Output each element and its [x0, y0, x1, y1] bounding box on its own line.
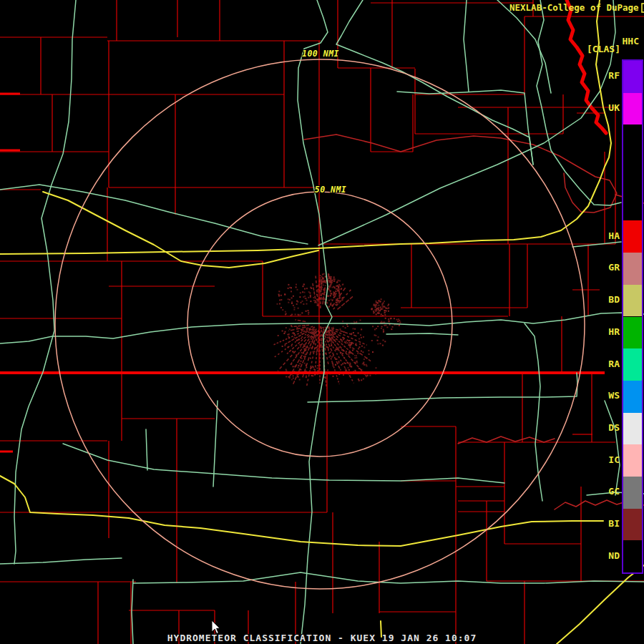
legend-slot-WS [623, 381, 642, 413]
legend-slot-RA [623, 348, 642, 381]
echo-layer [273, 273, 401, 389]
legend-slot-blank-2 [623, 125, 642, 157]
mouse-cursor-icon [211, 620, 221, 635]
legend-slot-BD [623, 285, 642, 317]
legend-slot-BI [623, 509, 642, 541]
legend-label-GC: GC [588, 486, 620, 497]
hhc-color-legend [622, 59, 643, 574]
legend-label-RF: RF [588, 70, 620, 81]
brand-text: NEXLAB-College of DuPage [509, 2, 639, 13]
brand-link[interactable]: NEXLAB-College of DuPage [509, 2, 644, 13]
product-title: HYDROMETEOR CLASSIFICATION - KUEX 19 JAN… [0, 633, 644, 643]
legend-slot-GR [623, 253, 642, 285]
mode-tag-label: [CLAS] [587, 44, 620, 54]
radar-display: NEXLAB-College of DuPage HHC [CLAS] 100 … [0, 0, 644, 644]
legend-slot-ND [623, 540, 642, 572]
river-layer [0, 0, 644, 644]
legend-slot-GC [623, 477, 642, 509]
legend-label-IC: IC [588, 454, 620, 465]
legend-label-RA: RA [588, 358, 620, 369]
legend-slot-blank-3 [623, 157, 642, 189]
legend-label-UK: UK [588, 102, 620, 113]
external-link-icon [641, 3, 644, 13]
legend-label-BI: BI [588, 518, 620, 529]
legend-label-BD: BD [588, 294, 620, 305]
legend-label-HR: HR [588, 326, 620, 337]
legend-slot-blank-4 [623, 189, 642, 221]
legend-label-HA: HA [588, 230, 620, 241]
radar-map [0, 0, 644, 644]
legend-slot-HR [623, 317, 642, 349]
range-ring-label-50nmi: 50 NMI [302, 185, 359, 195]
product-code-label: HHC [623, 36, 639, 47]
legend-label-GR: GR [588, 262, 620, 273]
legend-label-DS: DS [588, 422, 620, 433]
legend-slot-UK [623, 93, 642, 125]
legend-slot-DS [623, 413, 642, 445]
legend-label-WS: WS [588, 390, 620, 401]
legend-slot-HA [623, 220, 642, 253]
legend-slot-RF [623, 61, 642, 93]
legend-label-ND: ND [588, 550, 620, 561]
legend-slot-IC [623, 444, 642, 477]
range-ring-label-100nmi: 100 NMI [292, 49, 349, 59]
